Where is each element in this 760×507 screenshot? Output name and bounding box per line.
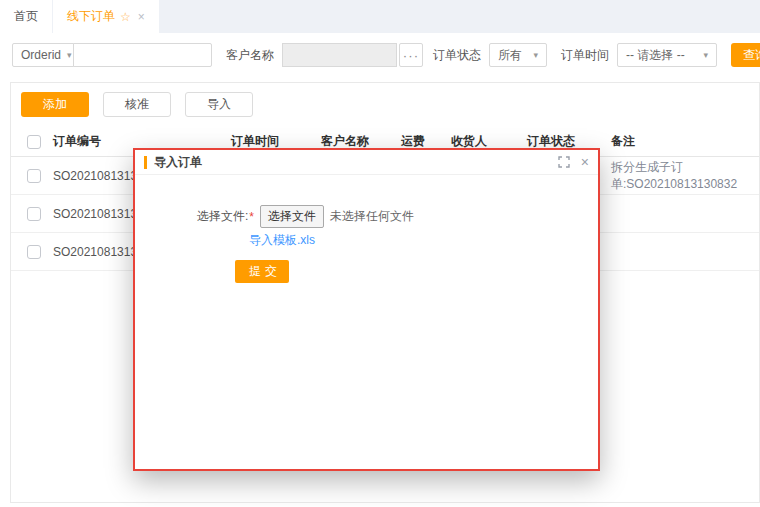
keyword-input-wrap xyxy=(73,43,212,67)
favorite-star-icon[interactable]: ☆ xyxy=(120,10,131,24)
import-template-link[interactable]: 导入模板.xls xyxy=(249,232,315,249)
tab-offline-orders[interactable]: 线下订单 ☆ × xyxy=(53,0,160,33)
order-status-selected: 所有 xyxy=(498,47,522,64)
import-order-modal: 导入订单 × 选择文件:* 选择文件 未选择任何文件 导入模板.xls 提交 xyxy=(133,148,600,471)
order-time-select[interactable]: -- 请选择 -- ▾ xyxy=(617,43,717,67)
modal-header[interactable]: 导入订单 × xyxy=(135,150,598,175)
tab-offline-orders-label: 线下订单 xyxy=(67,8,115,25)
maximize-icon[interactable] xyxy=(558,156,570,168)
row-checkbox[interactable] xyxy=(27,245,41,259)
search-field-select[interactable]: Orderid ▾ xyxy=(12,43,74,67)
col-remark: 备注 xyxy=(611,133,759,150)
submit-button[interactable]: 提交 xyxy=(235,260,289,283)
order-status-label: 订单状态 xyxy=(433,47,481,64)
close-icon[interactable]: × xyxy=(581,155,589,169)
add-button[interactable]: 添加 xyxy=(21,92,89,117)
tab-close-icon[interactable]: × xyxy=(138,10,145,24)
remark: 拆分生成子订单:SO20210813130832 xyxy=(611,159,759,193)
order-status-select[interactable]: 所有 ▾ xyxy=(489,43,547,67)
customer-name-input-wrap xyxy=(282,43,397,67)
keyword-input[interactable] xyxy=(82,48,203,62)
select-all-checkbox[interactable] xyxy=(27,135,41,149)
no-file-selected-text: 未选择任何文件 xyxy=(330,208,414,225)
chevron-down-icon: ▾ xyxy=(703,50,708,60)
modal-body: 选择文件:* 选择文件 未选择任何文件 导入模板.xls 提交 xyxy=(135,205,598,283)
order-time-selected: -- 请选择 -- xyxy=(626,47,685,64)
chevron-down-icon: ▾ xyxy=(67,50,72,60)
customer-name-label: 客户名称 xyxy=(226,47,274,64)
required-mark: * xyxy=(249,210,254,224)
tab-home[interactable]: 首页 xyxy=(0,0,53,33)
filter-bar: Orderid ▾ 客户名称 ··· 订单状态 所有 ▾ 订单时间 -- 请选择… xyxy=(12,43,760,67)
customer-picker-button[interactable]: ··· xyxy=(399,43,423,67)
search-field-selected: Orderid xyxy=(21,48,61,62)
row-checkbox[interactable] xyxy=(27,207,41,221)
approve-button[interactable]: 核准 xyxy=(103,92,171,117)
action-toolbar: 添加 核准 导入 xyxy=(11,83,759,125)
customer-name-input[interactable] xyxy=(291,48,388,62)
file-field-label: 选择文件: xyxy=(197,208,248,225)
import-button[interactable]: 导入 xyxy=(185,92,253,117)
tab-home-label: 首页 xyxy=(14,8,38,25)
tab-bar: 首页 线下订单 ☆ × xyxy=(0,0,760,33)
row-checkbox[interactable] xyxy=(27,169,41,183)
order-time-label: 订单时间 xyxy=(561,47,609,64)
title-accent-bar xyxy=(144,156,147,169)
modal-title: 导入订单 xyxy=(154,154,202,171)
choose-file-button[interactable]: 选择文件 xyxy=(260,205,324,228)
search-button[interactable]: 查询 xyxy=(731,43,760,67)
chevron-down-icon: ▾ xyxy=(533,50,538,60)
